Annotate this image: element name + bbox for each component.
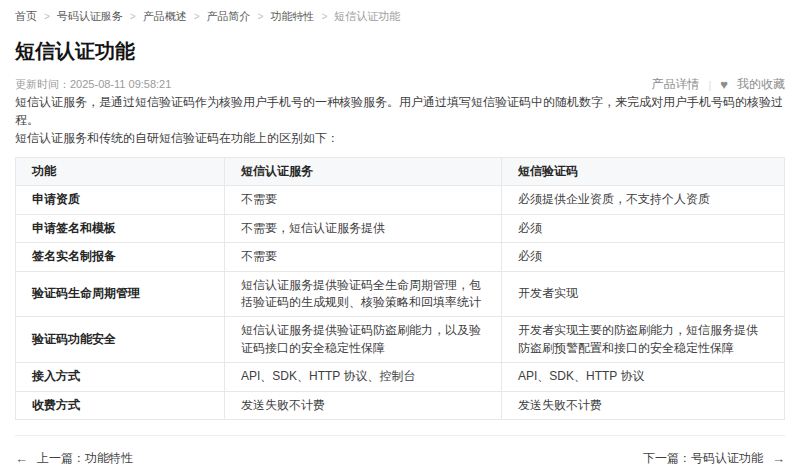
breadcrumb-separator-icon: > — [258, 11, 264, 22]
favorites-link[interactable]: 我的收藏 — [737, 76, 785, 93]
row-header-cell: 验证码生命周期管理 — [16, 271, 225, 317]
intro-paragraph: 短信认证服务，是通过短信验证码作为核验用户手机号的一种核验服务。用户通过填写短信… — [15, 93, 785, 129]
table-cell: 开发者实现主要的防盗刷能力，短信服务提供防盗刷预警配置和接口的安全稳定性保障 — [502, 317, 785, 363]
arrow-left-icon: ← — [15, 451, 28, 466]
table-cell: 开发者实现 — [502, 271, 785, 317]
column-header-sms-code: 短信验证码 — [502, 158, 785, 186]
row-header-cell: 签名实名制报备 — [16, 243, 225, 271]
comparison-table: 功能 短信认证服务 短信验证码 申请资质 不需要 必须提供企业资质，不支持个人资… — [15, 157, 785, 420]
update-time-label: 更新时间： — [15, 78, 70, 90]
table-row: 申请资质 不需要 必须提供企业资质，不支持个人资质 — [16, 186, 785, 214]
table-row: 验证码功能安全 短信认证服务提供验证码防盗刷能力，以及验证码接口的安全稳定性保障… — [16, 317, 785, 363]
doc-page: 首页 > 号码认证服务 > 产品概述 > 产品简介 > 功能特性 > 短信认证功… — [0, 0, 800, 468]
article-pager: ← 上一篇：功能特性 下一篇：号码认证功能 → — [15, 435, 785, 467]
table-row: 申请签名和模板 不需要，短信认证服务提供 必须 — [16, 214, 785, 242]
breadcrumb-separator-icon: > — [130, 11, 136, 22]
product-detail-link[interactable]: 产品详情 — [651, 76, 699, 93]
table-cell: 必须提供企业资质，不支持个人资质 — [502, 186, 785, 214]
next-article-link[interactable]: 下一篇：号码认证功能 → — [643, 450, 785, 467]
breadcrumb-separator-icon: > — [321, 11, 327, 22]
heart-icon[interactable]: ♥ — [720, 78, 728, 91]
comparison-lead-paragraph: 短信认证服务和传统的自研短信验证码在功能上的区别如下： — [15, 129, 785, 147]
divider: | — [708, 79, 711, 91]
table-cell: 必须 — [502, 214, 785, 242]
meta-row: 更新时间：2025-08-11 09:58:21 产品详情 | ♥ 我的收藏 — [15, 76, 785, 93]
breadcrumb-item-overview[interactable]: 产品概述 — [143, 9, 187, 24]
table-cell: 短信认证服务提供验证码全生命周期管理，包括验证码的生成规则、核验策略和回填率统计 — [225, 271, 502, 317]
row-header-cell: 验证码功能安全 — [16, 317, 225, 363]
row-header-cell: 申请签名和模板 — [16, 214, 225, 242]
column-header-feature: 功能 — [16, 158, 225, 186]
next-article-label: 下一篇：号码认证功能 — [643, 450, 763, 467]
breadcrumb-separator-icon: > — [44, 11, 50, 22]
table-cell: 发送失败不计费 — [502, 391, 785, 419]
arrow-right-icon: → — [772, 451, 785, 466]
table-row: 收费方式 发送失败不计费 发送失败不计费 — [16, 391, 785, 419]
table-cell: 不需要 — [225, 186, 502, 214]
breadcrumb-item-intro[interactable]: 产品简介 — [207, 9, 251, 24]
table-cell: API、SDK、HTTP 协议、控制台 — [225, 363, 502, 391]
table-cell: API、SDK、HTTP 协议 — [502, 363, 785, 391]
breadcrumb-item-current: 短信认证功能 — [334, 9, 400, 24]
breadcrumb-separator-icon: > — [194, 11, 200, 22]
page-title: 短信认证功能 — [15, 39, 785, 63]
column-header-sms-auth-service: 短信认证服务 — [225, 158, 502, 186]
breadcrumb-item-service[interactable]: 号码认证服务 — [57, 9, 123, 24]
table-header-row: 功能 短信认证服务 短信验证码 — [16, 158, 785, 186]
prev-article-link[interactable]: ← 上一篇：功能特性 — [15, 450, 133, 467]
row-header-cell: 申请资质 — [16, 186, 225, 214]
table-cell: 短信认证服务提供验证码防盗刷能力，以及验证码接口的安全稳定性保障 — [225, 317, 502, 363]
row-header-cell: 收费方式 — [16, 391, 225, 419]
table-cell: 必须 — [502, 243, 785, 271]
breadcrumb-item-features[interactable]: 功能特性 — [270, 9, 314, 24]
update-time-value: 2025-08-11 09:58:21 — [70, 78, 171, 90]
update-time: 更新时间：2025-08-11 09:58:21 — [15, 77, 171, 92]
prev-article-label: 上一篇：功能特性 — [37, 450, 133, 467]
table-row: 验证码生命周期管理 短信认证服务提供验证码全生命周期管理，包括验证码的生成规则、… — [16, 271, 785, 317]
page-actions: 产品详情 | ♥ 我的收藏 — [651, 76, 785, 93]
row-header-cell: 接入方式 — [16, 363, 225, 391]
table-cell: 发送失败不计费 — [225, 391, 502, 419]
table-row: 接入方式 API、SDK、HTTP 协议、控制台 API、SDK、HTTP 协议 — [16, 363, 785, 391]
breadcrumb: 首页 > 号码认证服务 > 产品概述 > 产品简介 > 功能特性 > 短信认证功… — [15, 9, 785, 24]
table-row: 签名实名制报备 不需要 必须 — [16, 243, 785, 271]
breadcrumb-item-home[interactable]: 首页 — [15, 9, 37, 24]
table-cell: 不需要，短信认证服务提供 — [225, 214, 502, 242]
table-cell: 不需要 — [225, 243, 502, 271]
